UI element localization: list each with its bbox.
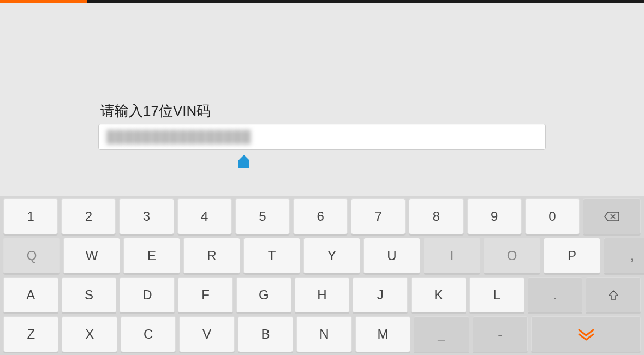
key-c[interactable]: C xyxy=(121,316,176,352)
key-4[interactable]: 4 xyxy=(177,198,232,234)
vin-input-value: ████████████████ xyxy=(106,130,251,144)
key-i[interactable]: I xyxy=(424,238,480,274)
shift-icon xyxy=(607,289,619,301)
key-p[interactable]: P xyxy=(544,238,600,274)
key-b[interactable]: B xyxy=(238,316,293,352)
key-g[interactable]: G xyxy=(236,277,291,313)
key-o[interactable]: O xyxy=(484,238,540,274)
content-area: 请输入17位VIN码 ████████████████ xyxy=(0,3,644,196)
key-x[interactable]: X xyxy=(62,316,117,352)
key-u[interactable]: U xyxy=(363,238,420,274)
key-a[interactable]: A xyxy=(3,277,58,313)
key-period[interactable]: . xyxy=(528,277,583,313)
key-dash[interactable]: - xyxy=(473,316,528,352)
key-underscore[interactable]: _ xyxy=(414,316,469,352)
key-j[interactable]: J xyxy=(353,277,408,313)
key-9[interactable]: 9 xyxy=(467,198,522,234)
key-r[interactable]: R xyxy=(183,238,240,274)
key-shift[interactable] xyxy=(586,277,641,313)
key-6[interactable]: 6 xyxy=(293,198,348,234)
key-2[interactable]: 2 xyxy=(61,198,116,234)
backspace-icon xyxy=(604,211,620,222)
key-l[interactable]: L xyxy=(469,277,524,313)
key-m[interactable]: M xyxy=(355,316,410,352)
key-d[interactable]: D xyxy=(120,277,175,313)
key-8[interactable]: 8 xyxy=(409,198,463,234)
onscreen-keyboard: 1 2 3 4 5 6 7 8 9 0 Q W E R T Y U I O P … xyxy=(0,196,644,355)
key-z[interactable]: Z xyxy=(3,316,58,352)
key-k[interactable]: K xyxy=(411,277,466,313)
key-backspace[interactable] xyxy=(583,198,641,234)
key-e[interactable]: E xyxy=(123,238,180,274)
vin-prompt: 请输入17位VIN码 ████████████████ xyxy=(98,101,546,150)
key-comma[interactable]: , xyxy=(604,238,644,274)
key-5[interactable]: 5 xyxy=(235,198,290,234)
key-w[interactable]: W xyxy=(63,238,120,274)
key-t[interactable]: T xyxy=(243,238,300,274)
vin-label: 请输入17位VIN码 xyxy=(98,101,546,121)
key-f[interactable]: F xyxy=(178,277,233,313)
key-7[interactable]: 7 xyxy=(351,198,406,234)
key-v[interactable]: V xyxy=(179,316,234,352)
key-y[interactable]: Y xyxy=(303,238,360,274)
collapse-keyboard-icon xyxy=(577,328,595,341)
key-3[interactable]: 3 xyxy=(119,198,174,234)
text-cursor-handle[interactable] xyxy=(238,155,249,169)
key-h[interactable]: H xyxy=(295,277,350,313)
key-0[interactable]: 0 xyxy=(525,198,580,234)
key-s[interactable]: S xyxy=(62,277,117,313)
key-q[interactable]: Q xyxy=(3,238,60,274)
vin-input[interactable]: ████████████████ xyxy=(98,124,546,150)
key-hide-keyboard[interactable] xyxy=(531,316,641,352)
key-n[interactable]: N xyxy=(296,316,351,352)
key-1[interactable]: 1 xyxy=(3,198,58,234)
